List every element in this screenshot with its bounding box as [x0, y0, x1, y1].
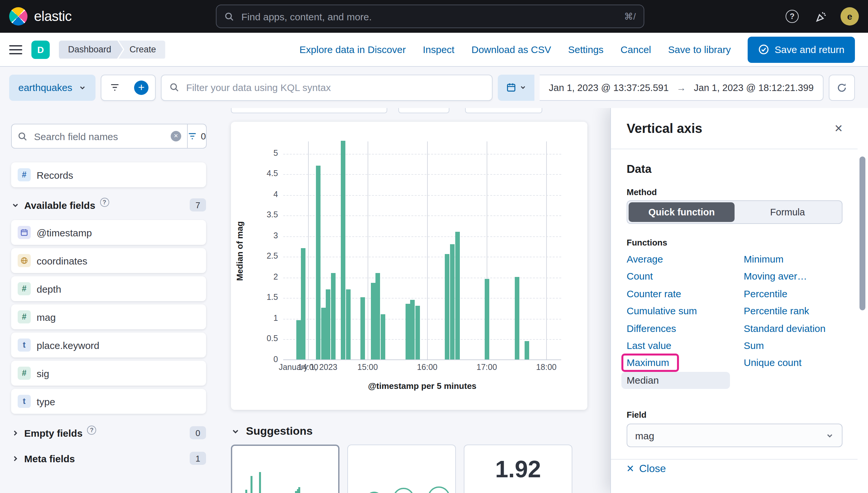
question-icon: ? [100, 198, 109, 207]
method-label: Method [626, 187, 657, 197]
field-sidebar: × 0 # Records Available fields ? 7 @time… [0, 108, 217, 493]
function-link-count[interactable]: Count [621, 268, 658, 285]
scrollbar-track[interactable] [858, 108, 868, 493]
y-tick-label: 4 [252, 190, 278, 199]
global-search[interactable]: ⌘/ [216, 5, 644, 28]
function-link-median[interactable]: Median [621, 372, 730, 389]
save-and-return-button[interactable]: Save and return [748, 36, 855, 63]
field-item-place.keyword[interactable]: tplace.keyword [11, 333, 206, 358]
date-start[interactable]: Jan 1, 2023 @ 13:37:25.591 [549, 82, 668, 93]
function-link-sum[interactable]: Sum [738, 337, 769, 354]
filter-fields-icon[interactable] [101, 75, 128, 100]
x-tick-label: 16:00 [408, 363, 447, 372]
meta-fields-header[interactable]: Meta fields 1 [11, 452, 206, 465]
whats-new-icon[interactable] [812, 7, 830, 25]
appbar-link[interactable]: Explore data in Discover [300, 44, 406, 55]
metric-value: 1.92 [464, 456, 572, 483]
function-link-differences[interactable]: Differences [621, 320, 681, 337]
refresh-button[interactable] [829, 74, 855, 101]
gridline [283, 154, 561, 154]
field-search[interactable]: × [11, 124, 187, 149]
menu-icon[interactable] [9, 45, 22, 54]
bar [450, 244, 455, 360]
appbar-link[interactable]: Settings [568, 44, 603, 55]
suggestion-bubble-chart[interactable] [347, 445, 456, 493]
empty-fields-count: 0 [190, 426, 206, 439]
appbar-link[interactable]: Cancel [620, 44, 651, 55]
clear-icon[interactable]: × [171, 131, 181, 142]
suggestions-header[interactable]: Suggestions [231, 425, 313, 438]
formula-tab[interactable]: Formula [735, 202, 841, 222]
field-item-mag[interactable]: #mag [11, 304, 206, 329]
suggestion-metric[interactable]: 1.92 [464, 445, 572, 493]
breadcrumb-dashboard[interactable]: Dashboard [59, 40, 123, 59]
chevron-down-icon [825, 431, 834, 440]
space-badge[interactable]: D [31, 40, 50, 59]
function-link-percentile[interactable]: Percentile [738, 285, 793, 302]
quick-function-tab[interactable]: Quick function [629, 202, 735, 222]
bar [321, 308, 325, 360]
gridline [283, 257, 561, 258]
gridline [546, 142, 547, 360]
close-icon[interactable]: × [829, 119, 848, 138]
field-filter-button[interactable]: 0 [187, 124, 207, 149]
bar [296, 320, 301, 360]
bar [346, 290, 350, 360]
date-picker-button[interactable] [498, 74, 534, 101]
plus-icon: + [134, 80, 149, 94]
keyword-field-icon: t [18, 339, 31, 351]
empty-fields-header[interactable]: Empty fields ? 0 [11, 426, 206, 439]
bar [375, 273, 380, 360]
function-link-moving-aver-[interactable]: Moving aver… [738, 268, 812, 285]
breadcrumb-create[interactable]: Create [118, 40, 165, 59]
user-avatar[interactable]: e [841, 7, 859, 25]
function-link-average[interactable]: Average [621, 251, 668, 268]
flyout-title: Vertical axis [626, 121, 702, 136]
appbar-actions: Explore data in DiscoverInspectDownload … [300, 36, 855, 63]
scrollbar-thumb[interactable] [860, 156, 865, 310]
appbar-link[interactable]: Download as CSV [471, 44, 551, 55]
available-fields-header[interactable]: Available fields ? 7 [11, 198, 206, 212]
appbar-link[interactable]: Save to library [668, 44, 731, 55]
bar [445, 254, 450, 360]
function-link-counter-rate[interactable]: Counter rate [621, 285, 686, 302]
field-search-input[interactable] [33, 130, 165, 143]
app-menu-bar: D Dashboard Create Explore data in Disco… [0, 33, 868, 67]
field-item-type[interactable]: ttype [11, 389, 206, 414]
field-item-sig[interactable]: #sig [11, 361, 206, 386]
records-field[interactable]: # Records [11, 163, 206, 187]
global-search-input[interactable] [240, 10, 618, 23]
kql-input[interactable] [185, 81, 484, 94]
function-link-percentile-rank[interactable]: Percentile rank [738, 302, 814, 320]
question-icon: ? [87, 426, 96, 435]
help-icon[interactable]: ? [783, 7, 801, 25]
function-link-unique-count[interactable]: Unique count [738, 355, 807, 371]
filter-icon [188, 132, 197, 141]
add-filter-button[interactable]: + [128, 75, 155, 100]
bar-chart: Median of mag 00.511.522.533.544.55 14:0… [231, 122, 587, 410]
brand[interactable]: elastic [9, 7, 72, 25]
y-tick-label: 4.5 [252, 169, 278, 178]
gridline [368, 142, 368, 360]
close-flyout-button[interactable]: × Close [626, 462, 666, 475]
field-select[interactable]: mag [626, 424, 843, 447]
date-end[interactable]: Jan 1, 2023 @ 18:12:21.399 [694, 82, 814, 93]
date-range[interactable]: Jan 1, 2023 @ 13:37:25.591 → Jan 1, 2023… [540, 74, 824, 101]
field-item-coordinates[interactable]: coordinates [11, 248, 206, 273]
function-link-cumulative-sum[interactable]: Cumulative sum [621, 302, 702, 320]
breadcrumb: Dashboard Create [59, 40, 165, 59]
function-link-last-value[interactable]: Last value [621, 337, 677, 354]
dataview-picker[interactable]: earthquakes [9, 74, 95, 101]
suggestion-bar-chart[interactable] [231, 445, 340, 493]
y-tick-label: 5 [252, 149, 278, 158]
field-item-@timestamp[interactable]: @timestamp [11, 220, 206, 245]
function-link-minimum[interactable]: Minimum [738, 251, 789, 268]
y-tick-label: 3.5 [252, 211, 278, 220]
global-header: elastic ⌘/ ? e [0, 0, 868, 33]
field-item-depth[interactable]: #depth [11, 276, 206, 301]
search-icon [169, 83, 179, 92]
kql-filter-input[interactable] [161, 74, 493, 101]
function-link-maximum[interactable]: Maximum [621, 354, 679, 372]
appbar-link[interactable]: Inspect [423, 44, 455, 55]
function-link-standard-deviation[interactable]: Standard deviation [738, 320, 831, 337]
